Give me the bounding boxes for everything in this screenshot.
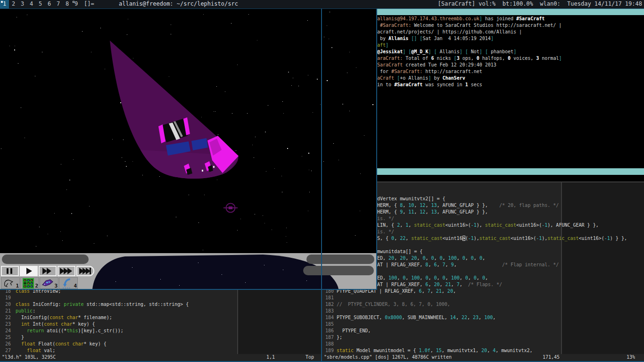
text-segment: araCraft: [377,56,403,61]
fast-forward-max-button[interactable] [76,266,94,276]
text-segment: Allanis [388,36,408,41]
text-segment: * filename); [78,315,112,320]
text-segment: normal [539,56,559,61]
line-text: HERM, { 8, 10, 12, 13, AFUNC_GFLAP } }, … [377,202,559,209]
line-number: 23 [1,321,11,328]
workspace-tag-9[interactable]: 9 [72,0,81,8]
text-segment: class [16,302,30,307]
line-text: public: [16,308,35,314]
text-segment: , [474,255,479,261]
text-segment: @Jessikat [377,49,403,54]
text-segment: char [72,341,83,346]
comms-swoosh-icon [60,278,74,288]
text-segment: , [468,275,474,280]
text-segment: val; [41,348,55,353]
pause-button[interactable] [1,266,19,276]
shortcut-ship-button[interactable]: 3 [40,277,58,289]
text-segment: S, { [377,236,391,241]
text-segment: -1 [468,236,474,241]
workspace-tag-8[interactable]: 8 [63,0,72,8]
line-text: AT | RFLAG_XREF, 8, 6, 7, 9, /* Flap int… [377,262,559,268]
text-segment: , [439,282,445,287]
workspace-tag-5[interactable]: 5 [36,0,45,8]
shortcut-number: 2 [35,283,38,289]
text-segment: * key) { [84,341,107,346]
text-segment: @M_D_K [411,49,428,54]
text-segment: const [50,315,64,320]
text-segment: , [405,255,411,261]
text-segment: } [16,335,24,340]
vim-right-status-file: "sbre/models.cpp" [dos] 1267L, 48786C wr… [324,354,452,361]
shortcut-lander-button[interactable]: 1 [1,277,20,289]
text-segment: IniConfig( [16,315,50,320]
shortcut-grid-map-button[interactable]: 2 [20,277,39,289]
text-segment: 21 [436,288,442,294]
text-segment: private [64,302,83,307]
shortcut-comms-button[interactable]: 4 [59,277,78,289]
text-segment: : [33,308,35,313]
text-segment: IniConfig: [30,302,64,307]
text-segment: , [430,348,436,353]
text-segment: 12 [420,203,425,208]
workspace-tag-4[interactable]: 4 [27,0,36,8]
layout-symbol[interactable]: []= [84,0,94,8]
game-hud-bar: 1 2 3 [0,253,377,289]
text-segment: , [434,255,439,261]
text-segment: , [403,203,408,208]
workspace-tag-1[interactable]: 1 [0,0,9,8]
workspace-tag-3[interactable]: 3 [18,0,27,8]
text-segment: , [465,255,471,261]
text-segment: , [442,288,447,294]
text-line: 27 float val; [0,347,321,354]
vim-left-scroll-position: Top [305,354,314,361]
text-segment: , [453,288,456,294]
text-segment: dVertex mwunitvtx2[] = { [377,196,446,201]
text-segment: , [456,315,462,320]
text-segment: acraft.net/projects/ | https://github.co… [377,29,522,34]
text-segment: std::map<std::string, std::string> { [84,302,189,307]
fast-forward-2x-button[interactable] [39,266,57,276]
text-segment: #SaraCraft: [391,69,422,74]
workspace-tag-7[interactable]: 7 [54,0,63,8]
text-segment [16,328,27,333]
text-segment: int [21,321,30,327]
line-text: ED, 20, 20, 20, 0, 0, 0, 100, 0, 0, 0, [377,255,485,262]
line-text: is. */ [377,215,394,222]
text-segment: , [414,203,420,208]
text-segment: for [377,69,391,74]
text-segment: is. */ [377,229,394,234]
line-text: araCraft: Total of 6 nicks [3 ops, 0 hal… [377,55,561,62]
tag-label: 7 [57,0,60,7]
text-segment: ] [513,49,516,54]
text-segment: -1 [604,236,610,241]
line-number: 24 [1,328,11,334]
window-border [376,8,377,290]
text-segment: , AFUNC_GFLAP } }, [437,209,487,214]
text-segment: by [377,36,388,41]
vim-left-ruler: 1,1 [266,354,275,361]
text-segment: , [394,255,400,261]
readout-display-left [2,255,89,264]
text-segment: ChanServ [443,75,465,81]
play-button[interactable] [20,266,38,276]
text-segment: ), [477,222,485,228]
line-text: float Float(const char* key) { [16,341,107,347]
text-segment: 15 [436,348,442,353]
game-window[interactable]: 1 2 3 [0,8,377,290]
line-text: // PTYPE_CYLINDER, 3, 8, 6, 7, 0, 1000, [337,301,450,308]
workspace-tag-6[interactable]: 6 [45,0,54,8]
text-segment: public [16,308,33,313]
text-segment: #SaraCraft [516,16,545,21]
vim-left-status-file: "l3d.h" 103L, 3295C [2,354,56,361]
text-line: 186 PTYPE_END, [322,328,644,334]
text-segment: 22 [462,315,467,320]
text-line: 184PTYPE_SUBOBJECT, 0x8000, SUB_MAINWHEE… [322,314,644,321]
workspace-tag-2[interactable]: 2 [9,0,18,8]
text-segment: 13 [431,209,437,214]
tag-occupied-indicator [73,1,74,3]
fast-forward-3x-button[interactable] [58,266,75,276]
text-segment: , [437,262,442,267]
text-segment: 10 [408,203,414,208]
text-segment: const [44,321,58,327]
line-number: 20 [1,301,11,308]
